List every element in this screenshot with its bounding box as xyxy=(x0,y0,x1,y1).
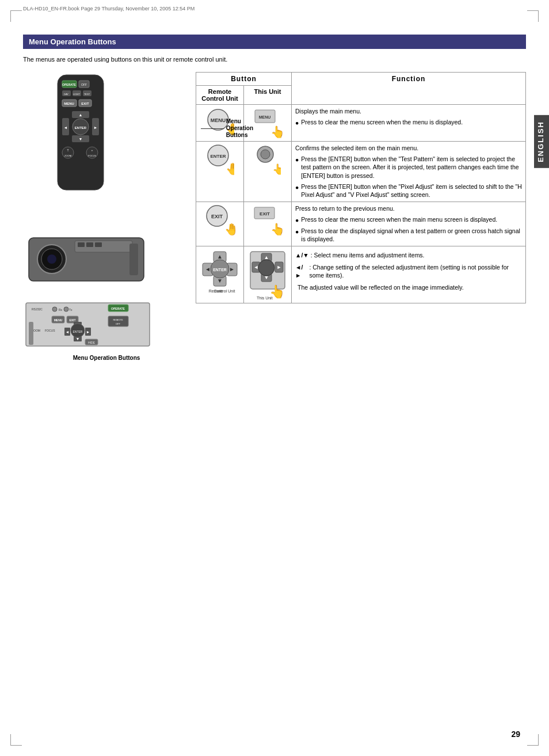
svg-text:EXIT: EXIT xyxy=(211,214,223,219)
nav-unit-cell: ▲ ◄ ► ▼ 👆 xyxy=(244,246,292,303)
remote-control-image: OPERATE OFF DAY LIGHT TEST MENU xyxy=(23,72,138,216)
language-tab: ENGLISH xyxy=(534,115,549,168)
svg-point-109 xyxy=(258,260,274,276)
svg-text:+: + xyxy=(92,149,93,152)
svg-text:EXIT: EXIT xyxy=(260,211,270,216)
exit-remote-button: EXIT 🤚 xyxy=(204,204,236,236)
svg-rect-36 xyxy=(129,244,138,275)
svg-text:FOCUS: FOCUS xyxy=(88,154,96,157)
menu-operation-label: MenuOperationButtons xyxy=(201,118,253,139)
right-table-container: Button Function RemoteControl Unit This … xyxy=(196,72,526,303)
svg-text:EXIT: EXIT xyxy=(81,102,89,105)
col-sub-unit: This Unit xyxy=(244,86,292,105)
svg-text:◄: ◄ xyxy=(66,330,70,334)
svg-text:◄: ◄ xyxy=(205,266,211,272)
nav-remote-cross: ▲ ◄ ► ▼ ENTER Re xyxy=(200,249,240,295)
nav-line-3: The adjusted value will be reflected on … xyxy=(298,283,522,292)
svg-text:MENU: MENU xyxy=(258,115,270,119)
svg-text:ENTER: ENTER xyxy=(210,154,226,159)
table-row: EXIT 🤚 EXIT 👆 xyxy=(196,202,526,246)
svg-point-44 xyxy=(64,307,68,311)
enter-bullet-1: ● Press the [ENTER] button when the "Tes… xyxy=(295,155,522,180)
svg-text:HIDE: HIDE xyxy=(88,341,96,344)
svg-text:OFF: OFF xyxy=(81,83,87,86)
svg-text:MENU: MENU xyxy=(54,318,63,322)
svg-text:Tx: Tx xyxy=(69,308,73,311)
svg-text:LIGHT: LIGHT xyxy=(73,93,80,96)
intro-text: The menus are operated using buttons on … xyxy=(23,56,526,63)
svg-text:RS232C: RS232C xyxy=(32,307,43,311)
svg-text:🤚: 🤚 xyxy=(226,162,234,176)
svg-text:▼: ▼ xyxy=(79,137,83,141)
menu-unit-button: MENU 👆 xyxy=(252,107,284,139)
panel-image: RS232C Rx Tx OPERATE MENU EXIT xyxy=(23,300,155,352)
col-header-button: Button xyxy=(196,73,292,86)
svg-text:EXIT: EXIT xyxy=(69,318,75,322)
svg-text:ENTER: ENTER xyxy=(213,268,227,272)
svg-text:MENU: MENU xyxy=(64,102,74,105)
nav-remote-cell: ▲ ◄ ► ▼ ENTER Re xyxy=(196,246,244,303)
section-title: Menu Operation Buttons xyxy=(23,35,526,49)
svg-text:▼: ▼ xyxy=(217,278,223,284)
menu-function-title: Displays the main menu. xyxy=(295,107,522,116)
page-number: 29 xyxy=(511,730,520,739)
projector-image xyxy=(23,229,155,292)
svg-text:REMOTE: REMOTE xyxy=(113,318,123,321)
svg-text:FOCUS: FOCUS xyxy=(45,329,55,332)
svg-point-80 xyxy=(261,150,270,159)
svg-text:►: ► xyxy=(229,266,235,272)
enter-function-title: Confirms the selected item on the main m… xyxy=(295,144,522,153)
panel-image-wrapper: RS232C Rx Tx OPERATE MENU EXIT xyxy=(23,300,190,361)
remote-image-wrapper: OPERATE OFF DAY LIGHT TEST MENU xyxy=(23,72,190,218)
svg-text:👆: 👆 xyxy=(270,222,284,236)
svg-text:T: T xyxy=(67,149,68,152)
enter-bullet-2: ● Press the [ENTER] button when the "Pix… xyxy=(295,183,522,199)
corner-mark-tr xyxy=(527,10,539,22)
enter-remote-button: ENTER 🤚 xyxy=(205,144,234,176)
nav-function-cell: ▲/▼ : Select menu items and adjustment i… xyxy=(292,246,526,303)
svg-point-34 xyxy=(47,254,56,264)
svg-text:◄: ◄ xyxy=(254,264,259,270)
svg-text:🤚: 🤚 xyxy=(224,222,236,236)
enter-unit-button: 👆 xyxy=(255,144,281,176)
svg-text:▲: ▲ xyxy=(217,253,223,260)
svg-text:◄: ◄ xyxy=(64,126,68,130)
panel-label: Menu Operation Buttons xyxy=(23,355,190,361)
svg-point-42 xyxy=(52,307,57,311)
enter-unit-cell: 👆 xyxy=(244,142,292,202)
exit-function-title: Press to return to the previous menu. xyxy=(295,204,522,213)
svg-text:OPERATE: OPERATE xyxy=(111,307,125,310)
enter-function-cell: Confirms the selected item on the main m… xyxy=(292,142,526,202)
corner-mark-bl xyxy=(10,734,22,746)
menu-bullet-1: ● Press to clear the menu screen when th… xyxy=(295,118,522,127)
page-container: DLA-HD10_EN-FR.book Page 29 Thursday, No… xyxy=(0,0,549,756)
svg-text:►: ► xyxy=(277,264,282,270)
svg-text:ZOOM: ZOOM xyxy=(64,154,71,157)
svg-text:▲: ▲ xyxy=(79,113,83,117)
nav-line-1: ▲/▼ : Select menu items and adjustment i… xyxy=(295,251,522,260)
svg-text:TEST: TEST xyxy=(84,93,90,96)
corner-mark-tl xyxy=(10,10,22,22)
table-row: ▲ ◄ ► ▼ ENTER Re xyxy=(196,246,526,303)
svg-text:👆: 👆 xyxy=(272,163,281,176)
svg-text:►: ► xyxy=(86,330,90,334)
exit-unit-cell: EXIT 👆 xyxy=(244,202,292,246)
projector-image-wrapper xyxy=(23,229,190,294)
svg-rect-37 xyxy=(78,242,85,247)
svg-text:Rx: Rx xyxy=(59,308,63,311)
svg-text:👆: 👆 xyxy=(270,125,284,139)
exit-unit-button: EXIT 👆 xyxy=(252,204,284,236)
function-table: Button Function RemoteControl Unit This … xyxy=(196,72,526,303)
svg-text:Control Unit: Control Unit xyxy=(214,289,235,293)
svg-text:ENTER: ENTER xyxy=(75,126,87,130)
nav-line-2: ◄/► : Change setting of the selected adj… xyxy=(295,263,522,280)
col-sub-remote: RemoteControl Unit xyxy=(196,86,244,105)
content-layout: OPERATE OFF DAY LIGHT TEST MENU xyxy=(23,72,526,361)
svg-text:OFF: OFF xyxy=(116,322,121,325)
svg-text:This Unit: This Unit xyxy=(257,296,273,300)
exit-bullet-1: ● Press to clear the menu screen when th… xyxy=(295,215,522,225)
main-content: Menu Operation Buttons The menus are ope… xyxy=(23,35,526,721)
col-header-function: Function xyxy=(292,73,526,105)
svg-text:OPERATE: OPERATE xyxy=(62,83,76,86)
svg-text:ENTER: ENTER xyxy=(73,330,83,333)
